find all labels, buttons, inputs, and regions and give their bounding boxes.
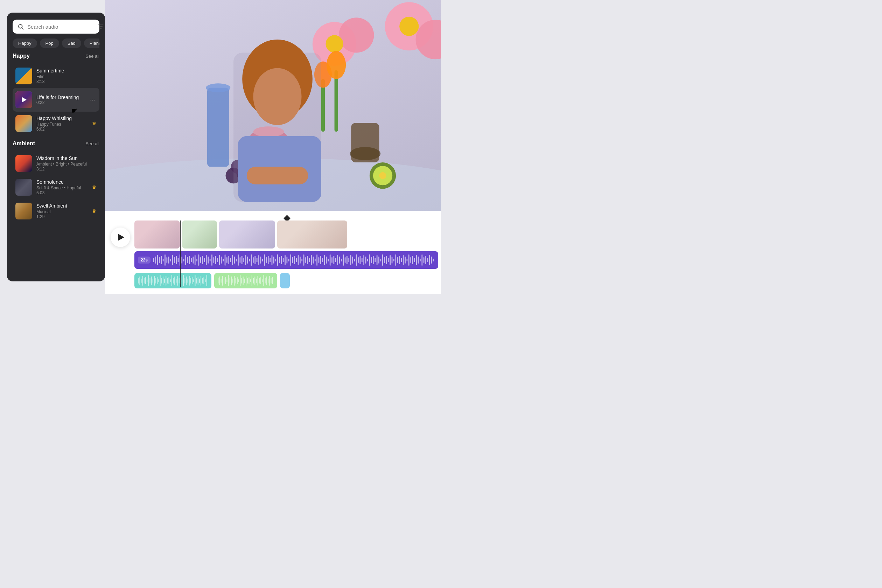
svg-rect-73: [221, 256, 222, 264]
search-bar[interactable]: [13, 20, 99, 34]
track-item-whistling[interactable]: Happy Whistling Happy Tunes 6:02 ♛: [13, 112, 99, 135]
track-name-swell: Swell Ambient: [36, 203, 88, 208]
track-duration-whistling: 6:02: [36, 127, 88, 132]
svg-rect-65: [206, 255, 207, 265]
audio-track-green[interactable]: [214, 273, 277, 288]
svg-rect-170: [403, 255, 404, 265]
svg-rect-68: [212, 255, 213, 266]
svg-rect-70: [215, 256, 216, 264]
svg-rect-258: [252, 275, 252, 286]
track-name-somnolence: Somnolence: [36, 179, 88, 185]
svg-rect-261: [256, 279, 256, 283]
svg-rect-268: [266, 276, 267, 285]
play-triangle-icon: [22, 97, 27, 102]
svg-rect-131: [330, 255, 331, 266]
tag-happy[interactable]: Happy: [13, 39, 37, 48]
timeline-tracks: 22s: [105, 220, 441, 288]
waveform-green: [216, 274, 275, 287]
svg-rect-37: [153, 258, 154, 262]
svg-rect-144: [354, 259, 355, 261]
audio-track-teal[interactable]: [134, 273, 212, 288]
track-item-dreaming[interactable]: Life is for Dreaming 0:22 ··· ☛: [13, 88, 99, 112]
play-button[interactable]: [111, 228, 130, 247]
video-thumb-1[interactable]: [134, 220, 180, 249]
video-thumb-4[interactable]: [277, 220, 347, 249]
svg-rect-140: [346, 256, 348, 264]
filter-icon[interactable]: [97, 23, 104, 30]
svg-rect-84: [242, 256, 243, 264]
track-thumb-whistling: [15, 115, 32, 132]
svg-rect-223: [190, 278, 191, 284]
happy-see-all[interactable]: See all: [86, 54, 99, 59]
svg-rect-169: [401, 258, 402, 262]
svg-rect-252: [243, 276, 244, 285]
svg-rect-106: [283, 258, 284, 262]
svg-rect-192: [145, 277, 146, 284]
svg-rect-211: [173, 278, 174, 284]
svg-rect-203: [161, 278, 162, 284]
premium-icon-whistling: ♛: [92, 121, 97, 126]
happy-track-list: Summertime Film 3:13 Life is for Dreamin…: [13, 64, 99, 135]
svg-rect-153: [371, 257, 372, 263]
svg-rect-115: [300, 256, 301, 264]
svg-rect-85: [243, 258, 244, 262]
track-item-swell[interactable]: Swell Ambient Musical 1:29 ♛: [13, 199, 99, 223]
svg-rect-185: [431, 256, 432, 264]
svg-point-26: [326, 35, 344, 52]
preview-illustration: [105, 0, 441, 211]
svg-rect-163: [390, 255, 391, 265]
svg-rect-8: [207, 88, 229, 167]
audio-track-blue[interactable]: [280, 273, 290, 288]
svg-rect-201: [158, 279, 159, 282]
track-item-somnolence[interactable]: Somnolence Sci-fi & Space • Hopeful 5:03…: [13, 176, 99, 199]
svg-rect-111: [292, 257, 293, 263]
tag-piano[interactable]: Piano: [84, 39, 99, 48]
svg-rect-157: [378, 256, 380, 264]
video-thumb-3[interactable]: [219, 220, 275, 249]
tag-sad[interactable]: Sad: [62, 39, 81, 48]
happy-section-title: Happy: [13, 53, 30, 59]
svg-rect-145: [356, 255, 357, 266]
svg-rect-43: [165, 255, 165, 266]
svg-rect-271: [270, 278, 271, 284]
svg-rect-206: [165, 276, 166, 286]
search-input[interactable]: [27, 24, 94, 30]
svg-rect-188: [139, 276, 140, 285]
svg-rect-130: [328, 259, 328, 261]
track-duration-summertime: 3:13: [36, 79, 97, 84]
svg-rect-142: [350, 255, 351, 265]
svg-rect-63: [202, 256, 203, 264]
svg-rect-76: [226, 257, 228, 263]
svg-rect-77: [228, 256, 229, 264]
svg-rect-250: [240, 275, 240, 286]
svg-rect-219: [184, 278, 185, 284]
svg-rect-58: [193, 256, 194, 264]
track-item-wisdom[interactable]: Wisdom in the Sun Ambient • Bright • Pea…: [13, 152, 99, 176]
video-thumb-2[interactable]: [182, 220, 217, 249]
track-thumb-dreaming: [15, 92, 32, 108]
svg-rect-48: [174, 257, 175, 263]
svg-rect-190: [142, 276, 143, 286]
svg-rect-195: [150, 278, 150, 284]
svg-rect-134: [335, 258, 336, 262]
svg-rect-218: [183, 275, 184, 286]
track-name-whistling: Happy Whistling: [36, 116, 88, 121]
svg-rect-18: [351, 123, 379, 162]
svg-rect-147: [360, 256, 361, 264]
track-item-summertime[interactable]: Summertime Film 3:13: [13, 64, 99, 88]
svg-rect-156: [376, 255, 378, 265]
svg-rect-47: [172, 255, 173, 265]
ambient-see-all[interactable]: See all: [86, 141, 99, 146]
track-name-dreaming: Life is for Dreaming: [36, 94, 84, 100]
svg-point-9: [206, 83, 230, 92]
playhead-line: [180, 220, 181, 287]
svg-rect-139: [345, 257, 346, 263]
svg-rect-83: [240, 257, 241, 263]
svg-rect-227: [196, 278, 197, 284]
svg-rect-213: [176, 279, 176, 283]
svg-rect-87: [247, 256, 248, 264]
svg-rect-183: [428, 258, 428, 262]
svg-rect-177: [416, 255, 417, 265]
tag-pop[interactable]: Pop: [40, 39, 59, 48]
track-more-dreaming[interactable]: ···: [88, 95, 97, 105]
